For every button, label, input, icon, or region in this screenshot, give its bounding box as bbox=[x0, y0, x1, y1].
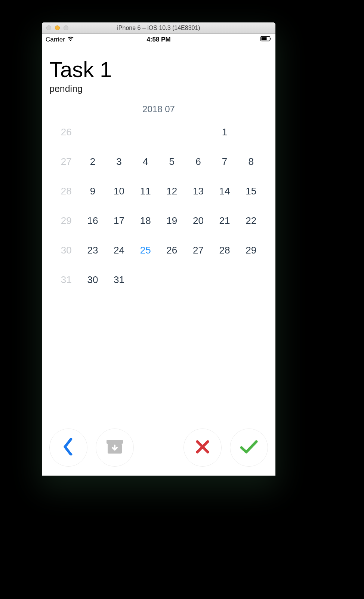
calendar-day[interactable]: 27 bbox=[185, 245, 212, 256]
calendar-day[interactable]: 24 bbox=[106, 245, 132, 256]
calendar-day[interactable]: 21 bbox=[212, 215, 238, 227]
cancel-button[interactable] bbox=[183, 428, 222, 467]
calendar-day[interactable]: 14 bbox=[212, 185, 238, 197]
calendar-day[interactable]: 8 bbox=[238, 156, 264, 168]
task-status: pending bbox=[49, 83, 268, 94]
minimize-window-button[interactable] bbox=[55, 25, 60, 30]
calendar-day[interactable]: 27 bbox=[53, 156, 80, 168]
traffic-lights bbox=[42, 25, 68, 30]
calendar-day[interactable]: 30 bbox=[80, 274, 106, 286]
chevron-left-icon bbox=[62, 438, 75, 457]
ios-status-bar: Carrier 4:58 PM bbox=[42, 34, 275, 46]
app-screen: Task 1 pending 2018 07 26.....1.27234567… bbox=[42, 46, 275, 476]
simulator-window: iPhone 6 – iOS 10.3 (14E8301) Carrier 4:… bbox=[42, 22, 275, 476]
calendar-day[interactable]: 6 bbox=[185, 156, 212, 168]
svg-rect-3 bbox=[107, 440, 123, 444]
calendar-day[interactable]: 11 bbox=[132, 185, 159, 197]
calendar-day[interactable]: 19 bbox=[159, 215, 185, 227]
confirm-button[interactable] bbox=[230, 428, 268, 467]
calendar-day[interactable]: 17 bbox=[106, 215, 132, 227]
status-time: 4:58 PM bbox=[42, 36, 275, 43]
calendar-day[interactable]: 28 bbox=[53, 185, 80, 197]
calendar-day[interactable]: 31 bbox=[106, 274, 132, 286]
calendar-day[interactable]: 3 bbox=[106, 156, 132, 168]
calendar-day[interactable]: 1 bbox=[212, 126, 238, 138]
calendar-day[interactable]: 31 bbox=[53, 274, 80, 286]
calendar-day[interactable]: 15 bbox=[238, 185, 264, 197]
close-window-button[interactable] bbox=[46, 25, 51, 30]
archive-button[interactable] bbox=[96, 428, 134, 467]
calendar-day[interactable]: 16 bbox=[80, 215, 106, 227]
task-title: Task 1 bbox=[49, 58, 268, 81]
calendar-day[interactable]: 25 bbox=[132, 245, 159, 256]
window-title: iPhone 6 – iOS 10.3 (14E8301) bbox=[42, 25, 275, 31]
calendar-month-header[interactable]: 2018 07 bbox=[49, 104, 268, 114]
calendar-day[interactable]: 7 bbox=[212, 156, 238, 168]
checkmark-icon bbox=[240, 439, 258, 456]
calendar-day[interactable]: 22 bbox=[238, 215, 264, 227]
calendar-day[interactable]: 26 bbox=[159, 245, 185, 256]
calendar-day[interactable]: 18 bbox=[132, 215, 159, 227]
close-icon bbox=[195, 439, 210, 456]
calendar-day[interactable]: 10 bbox=[106, 185, 132, 197]
calendar-day[interactable]: 29 bbox=[53, 215, 80, 227]
calendar-day[interactable]: 13 bbox=[185, 185, 212, 197]
calendar-day[interactable]: 23 bbox=[80, 245, 106, 256]
calendar-day[interactable]: 28 bbox=[212, 245, 238, 256]
macos-titlebar: iPhone 6 – iOS 10.3 (14E8301) bbox=[42, 22, 275, 34]
calendar-day[interactable]: 4 bbox=[132, 156, 159, 168]
back-button[interactable] bbox=[49, 428, 87, 467]
calendar-day[interactable]: 26 bbox=[53, 126, 80, 138]
calendar-day[interactable]: 12 bbox=[159, 185, 185, 197]
bottom-toolbar bbox=[42, 428, 275, 467]
calendar-day[interactable]: 2 bbox=[80, 156, 106, 168]
calendar-grid: 26.....1.2723456782891011121314152916171… bbox=[49, 126, 268, 286]
calendar-day[interactable]: 20 bbox=[185, 215, 212, 227]
zoom-window-button[interactable] bbox=[64, 25, 68, 30]
calendar-day[interactable]: 5 bbox=[159, 156, 185, 168]
calendar-day[interactable]: 30 bbox=[53, 245, 80, 256]
calendar-day[interactable]: 29 bbox=[238, 245, 264, 256]
calendar-day[interactable]: 9 bbox=[80, 185, 106, 197]
archive-icon bbox=[106, 439, 124, 456]
